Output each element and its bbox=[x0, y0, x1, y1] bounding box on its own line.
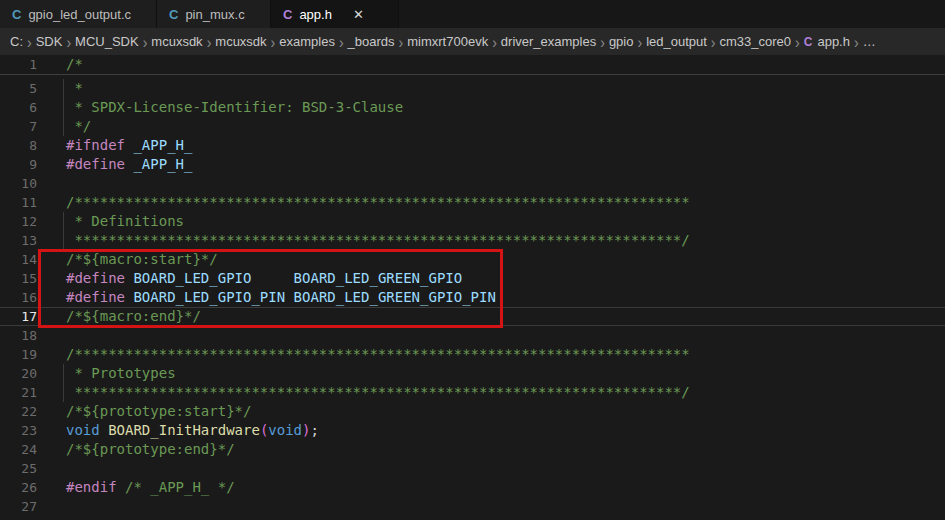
tab-gpio-led-output-c[interactable]: Cgpio_led_output.c bbox=[0, 0, 157, 28]
line-number: 24 bbox=[0, 440, 40, 459]
code-token: BOARD_LED_GPIO bbox=[133, 270, 251, 286]
tab-label: gpio_led_output.c bbox=[28, 7, 131, 22]
chevron-right-icon: › bbox=[492, 32, 497, 51]
code-text: * SPDX-License-Identifier: BSD-3-Clause bbox=[40, 98, 945, 117]
code-token: #define bbox=[66, 156, 133, 172]
code-token: #define bbox=[66, 289, 133, 305]
tab-pin-mux-c[interactable]: Cpin_mux.c bbox=[157, 0, 271, 28]
breadcrumb-item-examples[interactable]: examples bbox=[279, 34, 335, 49]
code-token: void bbox=[268, 422, 302, 438]
code-line[interactable]: 13 *************************************… bbox=[0, 231, 945, 250]
code-text bbox=[40, 326, 945, 345]
c-file-icon: C bbox=[12, 7, 21, 22]
line-number: 1 bbox=[0, 55, 40, 74]
line-number: 7 bbox=[0, 117, 40, 136]
code-line[interactable]: 5 * bbox=[0, 79, 945, 98]
code-token: ; bbox=[310, 422, 318, 438]
code-line[interactable]: 21 *************************************… bbox=[0, 383, 945, 402]
breadcrumb-item-gpio[interactable]: gpio bbox=[609, 34, 634, 49]
tab-app-h[interactable]: Capp.h✕ bbox=[271, 0, 399, 28]
code-text: #endif /* _APP_H_ */ bbox=[40, 478, 945, 497]
breadcrumb-item-driver-examples[interactable]: driver_examples bbox=[501, 34, 596, 49]
code-lines: 5 *6 * SPDX-License-Identifier: BSD-3-Cl… bbox=[0, 75, 945, 516]
code-line[interactable]: 18 bbox=[0, 326, 945, 345]
code-text: #define BOARD_LED_GPIO_PIN BOARD_LED_GRE… bbox=[40, 288, 945, 307]
code-text: * Definitions bbox=[40, 212, 945, 231]
code-line[interactable]: 10 bbox=[0, 174, 945, 193]
line-number: 17 bbox=[0, 307, 40, 326]
line-number: 20 bbox=[0, 364, 40, 383]
breadcrumb-item-mcu-sdk[interactable]: MCU_SDK bbox=[75, 34, 139, 49]
tab-label: pin_mux.c bbox=[185, 7, 244, 22]
code-text: /*${prototype:start}*/ bbox=[40, 402, 945, 421]
line-number: 13 bbox=[0, 231, 40, 250]
code-line[interactable]: 7 */ bbox=[0, 117, 945, 136]
code-line[interactable]: 16#define BOARD_LED_GPIO_PIN BOARD_LED_G… bbox=[0, 288, 945, 307]
code-token: BOARD_LED_GREEN_GPIO_PIN bbox=[294, 289, 496, 305]
code-token: * Definitions bbox=[66, 213, 184, 229]
chevron-right-icon: › bbox=[711, 32, 716, 51]
code-token: /*${prototype:end}*/ bbox=[66, 441, 235, 457]
code-text: ****************************************… bbox=[40, 231, 945, 250]
line-number: 25 bbox=[0, 459, 40, 478]
code-editor[interactable]: 1/* 5 *6 * SPDX-License-Identifier: BSD-… bbox=[0, 55, 945, 516]
chevron-right-icon: › bbox=[795, 32, 800, 51]
code-token: /*${prototype:start}*/ bbox=[66, 403, 251, 419]
line-number: 16 bbox=[0, 288, 40, 307]
breadcrumb-file[interactable]: app.h bbox=[817, 34, 850, 49]
code-line[interactable]: 27 bbox=[0, 497, 945, 516]
code-text: #define _APP_H_ bbox=[40, 155, 945, 174]
code-line[interactable]: 11/*************************************… bbox=[0, 193, 945, 212]
line-number: 18 bbox=[0, 326, 40, 345]
code-line[interactable]: 15#define BOARD_LED_GPIO BOARD_LED_GREEN… bbox=[0, 269, 945, 288]
line-number: 27 bbox=[0, 497, 40, 516]
breadcrumb-item-sdk[interactable]: SDK bbox=[36, 34, 63, 49]
line-number: 15 bbox=[0, 269, 40, 288]
code-text: ****************************************… bbox=[40, 383, 945, 402]
code-line[interactable]: 22/*${prototype:start}*/ bbox=[0, 402, 945, 421]
code-token: /*${macro:start}*/ bbox=[66, 251, 218, 267]
code-token: _APP_H_ bbox=[133, 156, 192, 172]
breadcrumb-item-cm33-core0[interactable]: cm33_core0 bbox=[720, 34, 792, 49]
code-line[interactable]: 26#endif /* _APP_H_ */ bbox=[0, 478, 945, 497]
line-number: 14 bbox=[0, 250, 40, 269]
breadcrumb-item-mcuxsdk[interactable]: mcuxsdk bbox=[151, 34, 202, 49]
breadcrumb-item-c[interactable]: C: bbox=[10, 34, 23, 49]
code-line[interactable]: 6 * SPDX-License-Identifier: BSD-3-Claus… bbox=[0, 98, 945, 117]
chevron-right-icon: › bbox=[854, 32, 859, 51]
code-token: /* _APP_H_ */ bbox=[125, 479, 235, 495]
code-line[interactable]: 23void BOARD_InitHardware(void); bbox=[0, 421, 945, 440]
code-line[interactable]: 8#ifndef _APP_H_ bbox=[0, 136, 945, 155]
code-line[interactable]: 12 * Definitions bbox=[0, 212, 945, 231]
sticky-line[interactable]: 1/* bbox=[0, 55, 945, 75]
breadcrumb-item-mcuxsdk[interactable]: mcuxsdk bbox=[215, 34, 266, 49]
code-token: _APP_H_ bbox=[133, 137, 192, 153]
line-number: 22 bbox=[0, 402, 40, 421]
code-text: #define BOARD_LED_GPIO BOARD_LED_GREEN_G… bbox=[40, 269, 945, 288]
breadcrumb-item-boards[interactable]: _boards bbox=[348, 34, 395, 49]
breadcrumb-overflow[interactable]: … bbox=[863, 34, 876, 49]
code-text: /*${prototype:end}*/ bbox=[40, 440, 945, 459]
code-line[interactable]: 25 bbox=[0, 459, 945, 478]
code-line[interactable]: 19/*************************************… bbox=[0, 345, 945, 364]
editor-tab-bar: Cgpio_led_output.cCpin_mux.cCapp.h✕ bbox=[0, 0, 945, 28]
code-line[interactable]: 17/*${macro:end}*/ bbox=[0, 307, 945, 326]
code-token: BOARD_LED_GPIO_PIN bbox=[133, 289, 285, 305]
code-text: /***************************************… bbox=[40, 345, 945, 364]
code-line[interactable]: 14/*${macro:start}*/ bbox=[0, 250, 945, 269]
code-text bbox=[40, 459, 945, 478]
breadcrumb-item-mimxrt700evk[interactable]: mimxrt700evk bbox=[407, 34, 488, 49]
breadcrumb-item-led-output[interactable]: led_output bbox=[646, 34, 707, 49]
code-token: #define bbox=[66, 270, 133, 286]
code-line[interactable]: 9#define _APP_H_ bbox=[0, 155, 945, 174]
line-number: 10 bbox=[0, 174, 40, 193]
code-line[interactable]: 24/*${prototype:end}*/ bbox=[0, 440, 945, 459]
code-token: * Prototypes bbox=[66, 365, 176, 381]
chevron-right-icon: › bbox=[143, 32, 148, 51]
code-text: /*${macro:start}*/ bbox=[40, 250, 945, 269]
code-line[interactable]: 20 * Prototypes bbox=[0, 364, 945, 383]
code-token: /* bbox=[66, 56, 83, 72]
chevron-right-icon: › bbox=[27, 32, 32, 51]
close-icon[interactable]: ✕ bbox=[353, 8, 364, 21]
code-text bbox=[40, 497, 945, 516]
